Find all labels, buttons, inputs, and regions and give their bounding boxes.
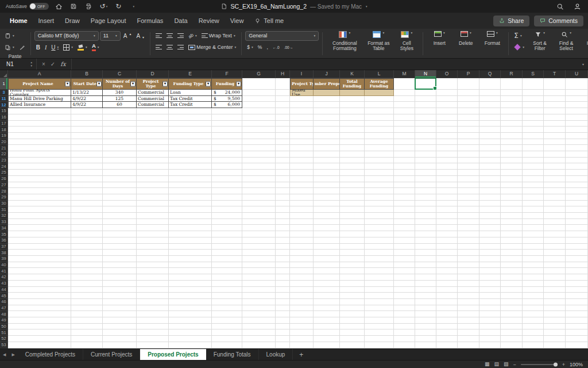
cell-U40[interactable] <box>566 262 588 269</box>
cell-R39[interactable] <box>501 256 523 262</box>
column-header-T[interactable]: T <box>544 70 566 78</box>
cell-A20[interactable] <box>8 139 71 145</box>
cell-K35[interactable] <box>340 231 365 237</box>
cell-A42[interactable] <box>8 274 71 281</box>
cell-U37[interactable] <box>566 244 588 250</box>
cell-L18[interactable] <box>365 126 394 133</box>
cell-F28[interactable] <box>212 188 242 194</box>
cell-P25[interactable] <box>458 170 479 176</box>
cell-S12[interactable] <box>523 102 544 108</box>
cell-G22[interactable] <box>242 151 276 158</box>
add-sheet-button[interactable]: + <box>293 349 310 360</box>
cell-T20[interactable] <box>544 139 566 145</box>
cell-L38[interactable] <box>365 250 394 256</box>
cell-J28[interactable] <box>314 188 340 194</box>
filter-button-B1[interactable]: ▼ <box>96 82 102 87</box>
cell-J22[interactable] <box>314 151 340 158</box>
cell-I21[interactable] <box>290 145 314 151</box>
cell-N35[interactable] <box>415 231 436 237</box>
cell-Q20[interactable] <box>479 139 501 145</box>
cell-P32[interactable] <box>458 213 479 219</box>
cell-L26[interactable] <box>365 176 394 182</box>
cell-T22[interactable] <box>544 151 566 158</box>
cell-O22[interactable] <box>436 151 458 158</box>
cell-O47[interactable] <box>436 305 458 312</box>
cell-M51[interactable] <box>394 329 415 336</box>
row-header-33[interactable]: 33 <box>0 219 8 225</box>
cell-K34[interactable] <box>340 225 365 231</box>
cell-F24[interactable] <box>212 163 242 170</box>
cell-L21[interactable] <box>365 145 394 151</box>
cell-E46[interactable] <box>169 299 212 305</box>
cell-S24[interactable] <box>523 163 544 170</box>
cell-R44[interactable] <box>501 287 523 293</box>
cell-M50[interactable] <box>394 324 415 330</box>
cell-T53[interactable] <box>544 342 566 348</box>
cell-K51[interactable] <box>340 329 365 336</box>
cell-I45[interactable] <box>290 293 314 299</box>
merge-center-button[interactable]: Merge & Center▾ <box>187 42 238 52</box>
cell-Q50[interactable] <box>479 324 501 330</box>
cell-G27[interactable] <box>242 182 276 189</box>
cell-A49[interactable] <box>8 317 71 324</box>
cell-H21[interactable] <box>276 145 290 151</box>
cell-B49[interactable] <box>71 317 103 324</box>
cell-T21[interactable] <box>544 145 566 151</box>
cell-U34[interactable] <box>566 225 588 231</box>
cell-C50[interactable] <box>103 324 137 330</box>
cell-S33[interactable] <box>523 219 544 225</box>
cell-L45[interactable] <box>365 293 394 299</box>
cell-T43[interactable] <box>544 281 566 287</box>
cell-L40[interactable] <box>365 262 394 269</box>
cell-P22[interactable] <box>458 151 479 158</box>
cell-Q32[interactable] <box>479 213 501 219</box>
cell-K27[interactable] <box>340 182 365 189</box>
cell-J1[interactable]: mber Propc <box>314 78 340 90</box>
cell-H19[interactable] <box>276 133 290 139</box>
cell-U46[interactable] <box>566 299 588 305</box>
cell-H44[interactable] <box>276 287 290 293</box>
cell-L48[interactable] <box>365 311 394 317</box>
cell-S46[interactable] <box>523 299 544 305</box>
cell-N41[interactable] <box>415 268 436 274</box>
cell-K53[interactable] <box>340 342 365 348</box>
cell-G41[interactable] <box>242 268 276 274</box>
cell-C3[interactable]: 340 <box>103 90 137 96</box>
cell-P16[interactable] <box>458 114 479 121</box>
increase-decimal-button[interactable]: .00→ <box>283 42 295 52</box>
cell-T48[interactable] <box>544 311 566 317</box>
cell-T40[interactable] <box>544 262 566 269</box>
cell-R33[interactable] <box>501 219 523 225</box>
cell-U43[interactable] <box>566 281 588 287</box>
cell-T39[interactable] <box>544 256 566 262</box>
more-commands-chevron-icon[interactable]: ▾ <box>129 2 138 12</box>
cell-O48[interactable] <box>436 311 458 317</box>
cell-A41[interactable] <box>8 268 71 274</box>
cell-I23[interactable] <box>290 158 314 164</box>
cell-G11[interactable] <box>242 96 276 102</box>
cell-E1[interactable]: Funding Type▼ <box>169 78 212 90</box>
cell-K1[interactable]: Total Funding <box>340 78 365 90</box>
cell-T27[interactable] <box>544 182 566 189</box>
cell-H46[interactable] <box>276 299 290 305</box>
cell-K21[interactable] <box>340 145 365 151</box>
cell-K39[interactable] <box>340 256 365 262</box>
cell-R34[interactable] <box>501 225 523 231</box>
column-header-C[interactable]: C <box>103 70 137 78</box>
column-header-Q[interactable]: Q <box>479 70 501 78</box>
cell-M20[interactable] <box>394 139 415 145</box>
cell-G49[interactable] <box>242 317 276 324</box>
cell-J18[interactable] <box>314 126 340 133</box>
cell-P51[interactable] <box>458 329 479 336</box>
decrease-font-button[interactable]: A▼ <box>134 30 146 41</box>
cell-K31[interactable] <box>340 206 365 213</box>
cell-D40[interactable] <box>137 262 169 269</box>
cell-C53[interactable] <box>103 342 137 348</box>
cell-R20[interactable] <box>501 139 523 145</box>
cell-R22[interactable] <box>501 151 523 158</box>
cell-G30[interactable] <box>242 201 276 207</box>
cell-H30[interactable] <box>276 201 290 207</box>
font-size-select[interactable]: 11▾ <box>100 31 121 41</box>
cell-J39[interactable] <box>314 256 340 262</box>
cell-M42[interactable] <box>394 274 415 281</box>
